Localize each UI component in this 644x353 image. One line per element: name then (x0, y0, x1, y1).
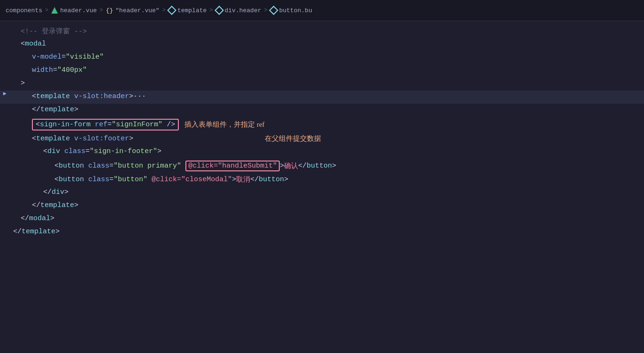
vue-icon (51, 7, 58, 14)
bracket-open-div: < (43, 147, 47, 155)
comment-login: <!-- 登录弹窗 --> (21, 27, 87, 36)
breadcrumb-sep-1: > (45, 7, 48, 14)
bracket-gt-modal: > (21, 79, 25, 87)
space-1 (70, 92, 74, 100)
string-button-primary: "button primary" (114, 162, 181, 170)
code-line-14: </template> (0, 200, 644, 213)
line-content-12: <button class="button" @click="closeModa… (9, 173, 644, 186)
bracket-close-tmpl-1: </ (32, 106, 40, 114)
line-content-15: </modal> (9, 213, 644, 224)
breadcrumb-bar: components > header.vue > {} "header.vue… (0, 0, 644, 21)
string-400px: "400px" (57, 66, 87, 74)
tag-template-footer: template (36, 135, 70, 143)
bracket-gt-tmpl-1: > (74, 106, 78, 114)
bracket-open-tfooter: < (32, 135, 36, 143)
annotation-handle-submit: 在父组件提交数据 (265, 134, 321, 143)
bracket-close-modal: </ (21, 215, 29, 223)
attr-vmodel: v-model (32, 53, 61, 61)
breadcrumb-sep-4: > (209, 7, 213, 14)
tag-button-close-2: button (259, 176, 284, 184)
code-line-10: <div class="sign-in-footer"> (0, 146, 644, 159)
tag-modal: modal (25, 40, 46, 48)
space-btn2 (84, 176, 88, 184)
attr-class-div: class (64, 147, 85, 155)
code-line-15: </modal> (0, 213, 644, 226)
cube-icon-1 (167, 6, 176, 15)
string-signInForm: "signInForm" (112, 121, 162, 129)
breadcrumb-label: components (6, 7, 42, 14)
line-content-9: <template v-slot:footer> 在父组件提交数据 (9, 132, 644, 145)
string-button: "button" (114, 176, 147, 184)
punct-eq-btn1: = (109, 162, 114, 170)
breadcrumb-button-label: button.bu (279, 7, 312, 14)
space-btn1 (84, 162, 88, 170)
breadcrumb-components: components (6, 7, 42, 14)
space-btn2b (147, 176, 152, 184)
bracket-gt-div-close: > (64, 188, 69, 196)
line-content-7: </template> (9, 104, 644, 115)
code-line-8: <sign-in-form ref="signInForm" /> 插入表单组件… (0, 117, 644, 132)
space-tf (70, 135, 74, 143)
bracket-open-btn2: < (54, 176, 59, 184)
breadcrumb-sep-2: > (100, 7, 103, 14)
bracket-gt-close-btn2: > (284, 176, 288, 184)
line-content-14: </template> (9, 200, 644, 211)
sign-in-form-highlight: <sign-in-form ref="signInForm" /> (32, 119, 179, 130)
attr-class-btn2: class (88, 176, 109, 184)
code-line-2: <modal (0, 38, 644, 51)
bracket-gt-btn2: > (232, 176, 236, 184)
bracket-close-tmpl-footer: </ (32, 201, 40, 209)
breadcrumb-button: button.bu (270, 7, 312, 14)
event-closeModal: @click="closeModal" (152, 176, 232, 184)
line-content-11: <button class="button primary" @click="h… (9, 159, 644, 173)
bracket-gt-btn1: > (280, 162, 284, 170)
code-line-5: > (0, 77, 644, 91)
code-line-4: width="400px" (0, 64, 644, 77)
line-content-16: </template> (9, 226, 644, 238)
text-confirm: 确认 (284, 161, 298, 170)
punct-eq-1: = (61, 53, 66, 61)
code-line-13: </div> (0, 186, 644, 200)
code-line-6: ► <template v-slot:header>··· (0, 91, 644, 104)
code-line-16: </template> (0, 226, 644, 239)
bracket-gt-close-btn1: > (332, 162, 336, 170)
tag-template-header: template (36, 92, 70, 100)
cube-icon-2 (215, 6, 224, 15)
breadcrumb-div-header: div.header (216, 7, 261, 14)
cube-icon-3 (269, 6, 278, 15)
space-div (60, 147, 64, 155)
code-line-7: </template> (0, 104, 644, 117)
annotation-sign-in-form: 插入表单组件，并指定 ref (184, 120, 264, 129)
bracket-close-tmpl: >··· (129, 92, 146, 100)
line-content-1: <!-- 登录弹窗 --> (9, 25, 644, 38)
line-content-2: <modal (9, 38, 644, 50)
bracket-open-sif: < (36, 121, 40, 129)
space-sif (91, 121, 95, 129)
code-editor: <!-- 登录弹窗 --> <modal v-model="visible" (0, 21, 644, 353)
tag-button-1: button (59, 162, 84, 170)
tag-sign-in-form: sign-in-form (40, 121, 91, 129)
tag-button-close-1: button (307, 162, 332, 170)
bracket-gt-root-tmpl: > (55, 228, 60, 236)
breadcrumb-braces: {} "header.vue" (106, 7, 159, 14)
code-line-1: <!-- 登录弹窗 --> (0, 25, 644, 38)
tag-modal-close: modal (29, 215, 50, 223)
breadcrumb-template-label: template (177, 7, 207, 14)
line-content-6: <template v-slot:header>··· (9, 91, 644, 102)
breadcrumb-sep-5: > (264, 7, 268, 14)
space-btn1b (181, 162, 185, 170)
line-content-10: <div class="sign-in-footer"> (9, 146, 644, 157)
code-lines: <!-- 登录弹窗 --> <modal v-model="visible" (0, 21, 644, 239)
punct-eq-ref: = (107, 121, 112, 129)
handle-submit-highlight: @click="handleSubmit" (185, 161, 280, 171)
attr-vslot-footer: v-slot:footer (74, 135, 129, 143)
bracket-open-btn1: < (54, 162, 59, 170)
breadcrumb-template: template (169, 7, 207, 14)
tag-template-close-root: template (22, 228, 55, 236)
attr-width: width (32, 66, 53, 74)
tag-template-close-1: template (40, 106, 74, 114)
tag-div-close: div (52, 188, 64, 196)
arrow-icon: ► (3, 91, 6, 97)
braces-icon: {} (106, 7, 113, 14)
breadcrumb-module: "header.vue" (115, 7, 160, 14)
